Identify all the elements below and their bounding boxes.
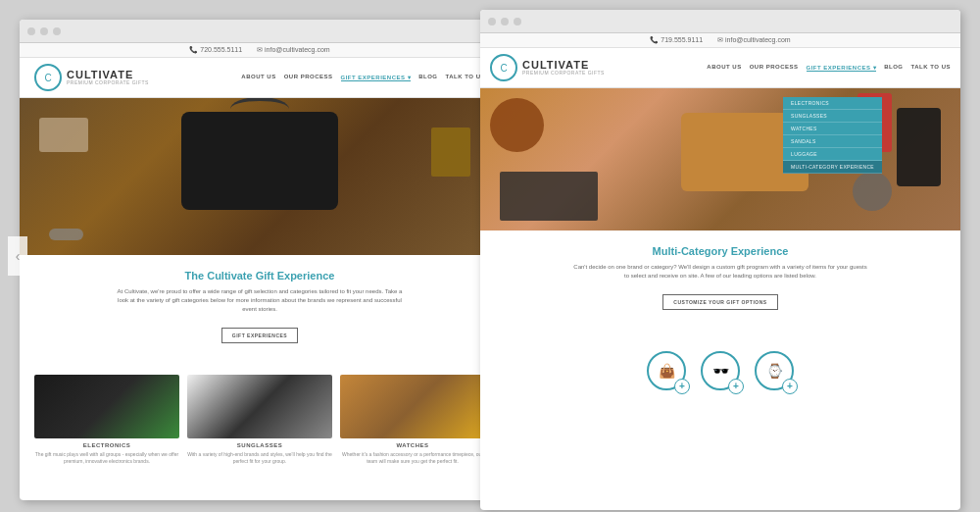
- left-logo-letter: C: [44, 73, 51, 83]
- right-browser-chrome: [480, 10, 960, 33]
- right-nav-talk[interactable]: Talk To Us: [911, 64, 951, 72]
- left-nav-links: About Us Our Process Gift Experiences ▾ …: [241, 74, 485, 81]
- left-hero-item3: [49, 229, 83, 240]
- right-browser-dot-3: [514, 18, 521, 26]
- right-logo-sub: Premium Corporate Gifts: [522, 71, 605, 76]
- left-logo-sub: Premium Corporate Gifts: [67, 80, 149, 85]
- right-site-content: 📞 719.555.9111 ✉ info@cultivatecg.com C …: [480, 33, 960, 510]
- left-hero-bag: [181, 112, 338, 210]
- left-section-text: At Cultivate, we're proud to offer a wid…: [113, 287, 407, 314]
- right-icon-sunglasses: 🕶️: [701, 351, 740, 393]
- left-sunglasses-name: Sunglasses: [187, 442, 332, 448]
- left-electronics-desc: The gift music plays well with all group…: [34, 451, 179, 465]
- left-category-watches: Watches Whether it's a fashion accessory…: [340, 375, 485, 465]
- left-site-content: 📞 720.555.5111 ✉ info@cultivatecg.com C …: [20, 43, 500, 500]
- left-nav: C Cultivate Premium Corporate Gifts Abou…: [20, 58, 500, 98]
- scroll-left-arrow[interactable]: ‹: [8, 236, 27, 276]
- right-bag-icon-glyph: 👜: [659, 363, 675, 379]
- right-hero-watch: [853, 172, 892, 211]
- left-watches-img: [340, 375, 485, 438]
- right-dropdown-watches[interactable]: WATCHES: [783, 123, 882, 135]
- right-contact-bar: 📞 719.555.9111 ✉ info@cultivatecg.com: [480, 33, 960, 48]
- right-cta-button[interactable]: CUSTOMIZE YOUR GIFT OPTIONS: [662, 294, 777, 310]
- browser-dot-3: [53, 27, 61, 35]
- right-logo-circle: C: [490, 54, 517, 81]
- right-hero-sunglasses: [490, 98, 544, 152]
- left-nav-gift[interactable]: Gift Experiences ▾: [341, 74, 412, 81]
- left-watches-name: Watches: [340, 442, 485, 448]
- right-main-content: Multi-Category Experience Can't decide o…: [480, 230, 960, 336]
- left-electronics-img: [34, 375, 179, 438]
- right-nav-about[interactable]: About Us: [707, 64, 741, 72]
- left-logo-text: Cultivate Premium Corporate Gifts: [67, 70, 149, 85]
- left-nav-about[interactable]: About Us: [241, 74, 275, 81]
- left-contact-bar: 📞 720.555.5111 ✉ info@cultivatecg.com: [20, 43, 500, 58]
- right-browser-dot-1: [488, 18, 496, 26]
- left-nav-talk[interactable]: Talk To Us: [446, 74, 485, 81]
- right-nav-links: About Us Our Process Gift Experiences ▾ …: [707, 64, 951, 72]
- right-dropdown-luggage[interactable]: LUGGAGE: [783, 148, 882, 161]
- right-sunglasses-icon: 🕶️: [701, 351, 740, 390]
- left-watches-desc: Whether it's a fashion accessory or a pe…: [340, 451, 485, 465]
- right-email: ✉ info@cultivatecg.com: [717, 36, 791, 44]
- right-sunglasses-icon-glyph: 🕶️: [712, 363, 729, 379]
- right-watch-icon-glyph: ⌚: [766, 363, 783, 379]
- right-section-text: Can't decide on one brand or category? W…: [573, 263, 867, 281]
- right-dropdown-sunglasses[interactable]: SUNGLASSES: [783, 110, 882, 123]
- left-nav-process[interactable]: Our Process: [284, 74, 333, 81]
- left-hero-item2: [431, 128, 470, 177]
- right-nav: C Cultivate Premium Corporate Gifts Abou…: [480, 48, 960, 88]
- left-logo: C Cultivate Premium Corporate Gifts: [34, 64, 149, 91]
- left-phone: 📞 720.555.5111: [189, 46, 242, 54]
- right-hero-bottle: [897, 108, 941, 186]
- right-nav-blog[interactable]: Blog: [884, 64, 903, 72]
- right-icon-bag: 👜: [647, 351, 686, 393]
- right-dropdown-multicategory[interactable]: MULTI-CATEGORY EXPERIENCE: [783, 161, 882, 174]
- right-dropdown-menu: ELECTRONICS SUNGLASSES WATCHES SANDALS L…: [783, 97, 882, 174]
- left-category-electronics: Electronics The gift music plays well wi…: [34, 375, 179, 465]
- left-email: ✉ info@cultivatecg.com: [257, 46, 330, 54]
- left-main-content: The Cultivate Gift Experience At Cultiva…: [20, 255, 500, 370]
- right-watch-icon: ⌚: [755, 351, 794, 390]
- left-electronics-name: Electronics: [34, 442, 179, 448]
- left-cta-button[interactable]: GIFT EXPERIENCES: [221, 328, 298, 343]
- right-nav-gift[interactable]: Gift Experiences ▾: [807, 64, 877, 72]
- right-browser-window: 📞 719.555.9111 ✉ info@cultivatecg.com C …: [480, 10, 960, 510]
- right-dropdown-electronics[interactable]: ELECTRONICS: [783, 97, 882, 110]
- left-browser-chrome: [20, 20, 500, 43]
- right-phone: 📞 719.555.9111: [650, 36, 703, 44]
- left-section-title: The Cultivate Gift Experience: [39, 270, 480, 282]
- left-category-sunglasses: Sunglasses With a variety of high-end br…: [187, 375, 332, 465]
- browser-dot-1: [27, 27, 35, 35]
- right-logo-text: Cultivate Premium Corporate Gifts: [522, 60, 605, 76]
- right-icon-row: 👜 🕶️ ⌚: [480, 341, 960, 403]
- right-dropdown-sandals[interactable]: SANDALS: [783, 135, 882, 148]
- left-hero-image: [20, 98, 500, 255]
- right-icon-watch: ⌚: [755, 351, 794, 393]
- right-browser-dot-2: [501, 18, 509, 26]
- right-hero-plaid: [500, 172, 598, 221]
- left-sunglasses-desc: With a variety of high-end brands and st…: [187, 451, 332, 465]
- left-sunglasses-img: [187, 375, 332, 438]
- right-section-title: Multi-Category Experience: [500, 245, 941, 257]
- right-hero-image: [480, 88, 960, 230]
- left-nav-blog[interactable]: Blog: [418, 74, 437, 81]
- left-hero-item1: [39, 118, 88, 152]
- right-nav-process[interactable]: Our Process: [750, 64, 799, 72]
- left-category-grid: Electronics The gift music plays well wi…: [20, 375, 500, 465]
- left-logo-circle: C: [34, 64, 62, 91]
- right-logo: C Cultivate Premium Corporate Gifts: [490, 54, 605, 81]
- right-logo-letter: C: [500, 63, 507, 74]
- browser-dot-2: [40, 27, 48, 35]
- right-bag-icon: 👜: [647, 351, 686, 390]
- left-browser-window: 📞 720.555.5111 ✉ info@cultivatecg.com C …: [20, 20, 500, 500]
